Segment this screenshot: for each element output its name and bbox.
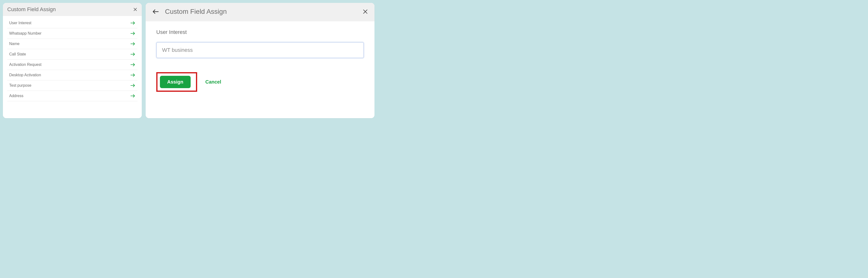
field-item-label: Activation Request (9, 62, 41, 67)
back-icon[interactable] (152, 8, 159, 15)
left-panel-body: User Interest Whatsapp Number Name Call … (3, 16, 142, 118)
button-row: Assign Cancel (156, 72, 364, 92)
left-panel-header: Custom Field Assign (3, 3, 142, 16)
field-item-call-state[interactable]: Call State (7, 49, 137, 60)
field-item-label: User Interest (9, 21, 31, 25)
assign-button[interactable]: Assign (160, 76, 191, 88)
field-assign-panel: Custom Field Assign User Interest Assign… (146, 3, 374, 118)
close-icon[interactable] (362, 9, 368, 15)
field-item-label: Call State (9, 52, 26, 56)
cancel-button[interactable]: Cancel (206, 79, 221, 85)
assign-highlight-box: Assign (156, 72, 197, 92)
field-value-input[interactable] (156, 42, 364, 58)
field-item-label: Name (9, 41, 20, 46)
field-item-label: Desktop Activation (9, 73, 41, 77)
right-panel-title: Custom Field Assign (165, 8, 227, 16)
arrow-right-icon (130, 41, 135, 47)
field-item-label: Whatsapp Number (9, 31, 41, 36)
right-panel-header: Custom Field Assign (146, 3, 374, 21)
arrow-right-icon (130, 73, 135, 78)
arrow-right-icon (130, 83, 135, 88)
arrow-right-icon (130, 93, 135, 99)
field-name-label: User Interest (156, 29, 364, 35)
custom-field-list: User Interest Whatsapp Number Name Call … (3, 18, 142, 101)
field-item-test-purpose[interactable]: Test purpose (7, 80, 137, 91)
right-panel-body: User Interest Assign Cancel (146, 21, 374, 118)
right-panel-header-left: Custom Field Assign (152, 8, 227, 16)
field-item-whatsapp-number[interactable]: Whatsapp Number (7, 28, 137, 39)
arrow-right-icon (130, 52, 135, 57)
arrow-right-icon (130, 20, 135, 26)
field-item-label: Address (9, 94, 24, 98)
left-panel-title: Custom Field Assign (7, 6, 56, 12)
field-item-activation-request[interactable]: Activation Request (7, 60, 137, 70)
field-item-user-interest[interactable]: User Interest (7, 18, 137, 28)
field-item-desktop-activation[interactable]: Desktop Activation (7, 70, 137, 80)
field-item-address[interactable]: Address (7, 91, 137, 101)
arrow-right-icon (130, 62, 135, 67)
field-list-panel: Custom Field Assign User Interest Whatsa… (3, 3, 142, 118)
close-icon[interactable] (133, 7, 137, 11)
field-item-name[interactable]: Name (7, 39, 137, 49)
arrow-right-icon (130, 31, 135, 36)
field-item-label: Test purpose (9, 83, 31, 88)
